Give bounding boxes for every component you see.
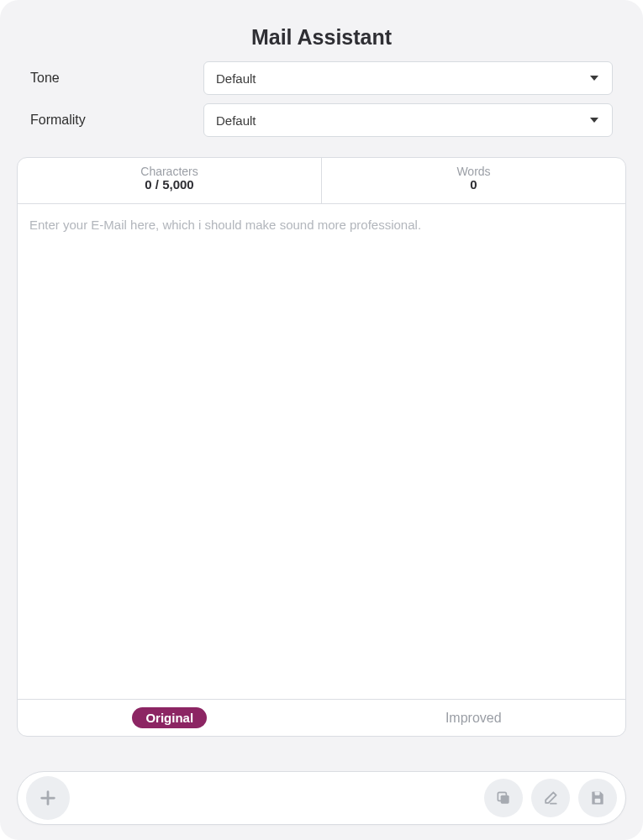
formality-label: Formality xyxy=(30,113,203,128)
caret-down-icon xyxy=(590,118,598,123)
characters-label: Characters xyxy=(18,165,321,178)
tone-select[interactable]: Default xyxy=(203,61,613,95)
tone-row: Tone Default xyxy=(30,61,613,95)
tab-improved[interactable]: Improved xyxy=(322,711,626,726)
caret-down-icon xyxy=(590,76,598,81)
formality-row: Formality Default xyxy=(30,103,613,137)
characters-stat: Characters 0 / 5,000 xyxy=(18,158,322,203)
mail-assistant-panel: Mail Assistant Tone Default Formality De… xyxy=(0,0,643,840)
formality-select[interactable]: Default xyxy=(203,103,613,137)
characters-value: 0 / 5,000 xyxy=(18,177,321,192)
words-label: Words xyxy=(322,165,625,178)
textarea-container xyxy=(18,203,625,699)
copy-button[interactable] xyxy=(484,779,523,817)
save-button[interactable] xyxy=(578,779,617,817)
svg-rect-2 xyxy=(501,795,509,804)
edit-icon xyxy=(542,790,559,806)
email-input[interactable] xyxy=(18,204,625,699)
svg-rect-4 xyxy=(595,799,601,803)
tab-improved-label: Improved xyxy=(445,711,502,725)
words-stat: Words 0 xyxy=(322,158,625,203)
action-bar xyxy=(17,771,626,825)
page-title: Mail Assistant xyxy=(0,25,643,50)
copy-icon xyxy=(495,790,512,806)
save-icon xyxy=(589,790,606,806)
stats-bar: Characters 0 / 5,000 Words 0 xyxy=(18,158,625,203)
result-tabs: Original Improved xyxy=(18,699,625,736)
words-value: 0 xyxy=(322,177,625,192)
tab-original-label: Original xyxy=(132,707,207,728)
tone-select-value: Default xyxy=(216,71,256,86)
settings-form: Tone Default Formality Default xyxy=(0,61,643,137)
edit-button[interactable] xyxy=(531,779,570,817)
editor-card: Characters 0 / 5,000 Words 0 Original Im… xyxy=(17,157,626,737)
formality-select-value: Default xyxy=(216,113,256,128)
svg-rect-5 xyxy=(595,792,600,795)
plus-icon xyxy=(39,789,57,807)
tab-original[interactable]: Original xyxy=(18,707,322,728)
tone-label: Tone xyxy=(30,71,203,86)
add-button[interactable] xyxy=(26,776,70,820)
